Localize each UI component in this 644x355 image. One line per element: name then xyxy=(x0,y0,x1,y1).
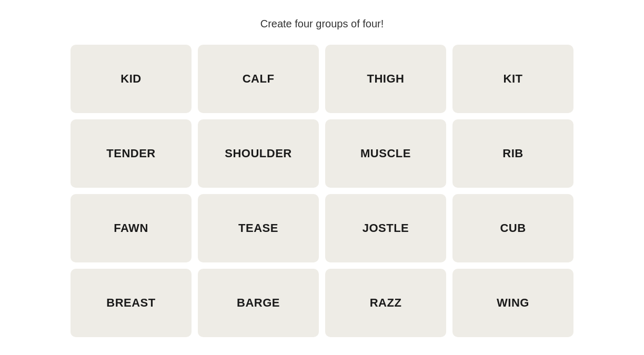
tile-calf[interactable]: CALF xyxy=(198,45,319,113)
tile-kit[interactable]: KIT xyxy=(452,45,573,113)
tile-label-tender: TENDER xyxy=(106,147,155,160)
tile-fawn[interactable]: FAWN xyxy=(71,194,192,262)
tile-label-thigh: THIGH xyxy=(367,72,405,86)
tile-label-calf: CALF xyxy=(243,72,275,86)
tile-label-shoulder: SHOULDER xyxy=(225,147,291,160)
tile-barge[interactable]: BARGE xyxy=(198,269,319,337)
tile-label-razz: RAZZ xyxy=(370,296,402,310)
tile-label-muscle: MUSCLE xyxy=(360,147,411,160)
tile-label-wing: WING xyxy=(497,296,529,310)
tile-label-fawn: FAWN xyxy=(114,221,148,235)
tile-label-breast: BREAST xyxy=(106,296,155,310)
tile-tender[interactable]: TENDER xyxy=(71,119,192,188)
tile-thigh[interactable]: THIGH xyxy=(325,45,446,113)
tile-label-rib: RIB xyxy=(502,147,523,160)
tile-label-cub: CUB xyxy=(500,221,526,235)
tile-label-kit: KIT xyxy=(504,72,523,86)
word-grid: KIDCALFTHIGHKITTENDERSHOULDERMUSCLERIBFA… xyxy=(71,45,573,337)
tile-label-kid: KID xyxy=(120,72,141,86)
tile-rib[interactable]: RIB xyxy=(452,119,573,188)
tile-kid[interactable]: KID xyxy=(71,45,192,113)
tile-shoulder[interactable]: SHOULDER xyxy=(198,119,319,188)
tile-cub[interactable]: CUB xyxy=(452,194,573,262)
tile-label-tease: TEASE xyxy=(238,221,278,235)
tile-tease[interactable]: TEASE xyxy=(198,194,319,262)
instruction-text: Create four groups of four! xyxy=(260,18,384,30)
tile-label-barge: BARGE xyxy=(237,296,280,310)
tile-jostle[interactable]: JOSTLE xyxy=(325,194,446,262)
tile-muscle[interactable]: MUSCLE xyxy=(325,119,446,188)
tile-breast[interactable]: BREAST xyxy=(71,269,192,337)
tile-razz[interactable]: RAZZ xyxy=(325,269,446,337)
tile-label-jostle: JOSTLE xyxy=(363,221,409,235)
tile-wing[interactable]: WING xyxy=(452,269,573,337)
